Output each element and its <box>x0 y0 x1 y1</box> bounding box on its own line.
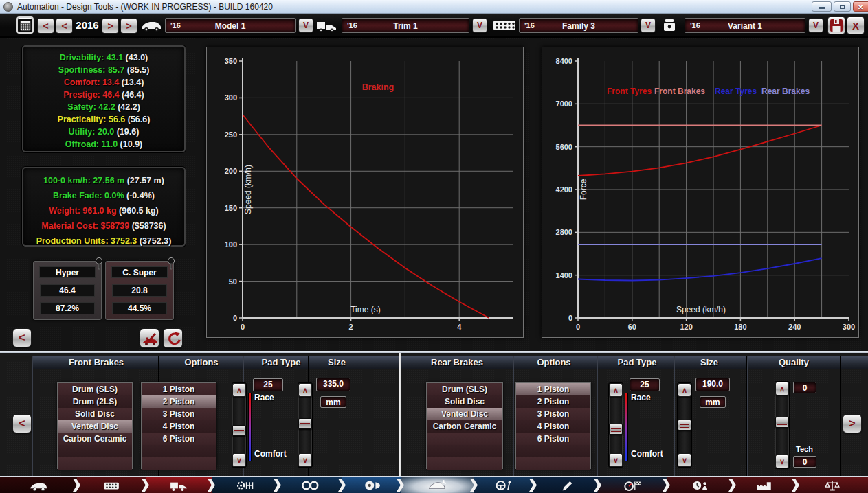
front-brake-type-option[interactable]: Drum (SLS) <box>58 383 132 395</box>
family-dropdown-button[interactable]: V <box>641 18 656 33</box>
svg-text:60: 60 <box>628 323 636 331</box>
close-button[interactable]: ✕ <box>853 1 868 12</box>
quality-header: Quality <box>779 357 809 367</box>
nav-tab-testing[interactable] <box>598 477 667 493</box>
nav-tab-engine[interactable] <box>77 477 146 493</box>
year-forward-button[interactable]: > <box>120 18 137 34</box>
rear-pad-handle[interactable] <box>609 424 623 435</box>
rear-caliper-option[interactable]: 4 Piston <box>516 420 590 433</box>
quality-up-button[interactable]: ∧ <box>775 382 789 395</box>
rear-caliper-option[interactable]: 3 Piston <box>516 408 590 420</box>
test-drive-button[interactable] <box>140 328 159 348</box>
front-size-up-button[interactable]: ∧ <box>298 383 312 397</box>
rear-brake-type-option[interactable]: Drum (SLS) <box>427 383 502 395</box>
nav-tab-fixtures[interactable] <box>533 477 598 493</box>
year-back-small-button[interactable]: < <box>56 18 73 34</box>
nav-tab-wheels[interactable] <box>278 477 342 493</box>
rear-pad-up-button[interactable]: ∧ <box>609 383 623 397</box>
rear-brake-type-option[interactable]: Solid Disc <box>427 395 502 408</box>
maximize-button[interactable] <box>834 1 851 12</box>
model-dropdown-button[interactable]: V <box>298 18 313 33</box>
svg-text:Braking: Braking <box>362 82 394 92</box>
svg-text:0: 0 <box>241 323 245 331</box>
stat-label-value: Prestige: 46.4 <box>63 90 122 100</box>
nav-tab-factory[interactable] <box>733 477 796 493</box>
rear-caliper-option[interactable]: 6 Piston <box>516 433 590 445</box>
front-caliper-option[interactable]: 4 Piston <box>142 420 216 433</box>
svg-text:5600: 5600 <box>556 143 572 151</box>
stat-label-value: Material Cost: $58739 <box>41 221 131 231</box>
quality-handle[interactable] <box>775 417 789 428</box>
rear-caliper-option[interactable]: 2 Piston <box>516 395 590 408</box>
save-button[interactable] <box>827 16 845 34</box>
rear-size-down-button[interactable]: ∨ <box>678 453 691 467</box>
nav-tab-gearbox[interactable] <box>212 477 278 493</box>
nav-tab-summary[interactable] <box>796 477 868 493</box>
trim-icon <box>170 479 188 492</box>
minimize-button[interactable] <box>812 1 832 12</box>
front-pad-handle[interactable] <box>232 425 246 436</box>
pin-icon[interactable] <box>166 257 176 270</box>
discard-button[interactable]: X <box>847 16 865 34</box>
stat-paren-value: (42.2) <box>118 102 140 112</box>
rear-brake-type-option[interactable]: Carbon Ceramic <box>427 420 502 433</box>
svg-text:Force: Force <box>579 179 588 200</box>
front-pad-down-button[interactable]: ∨ <box>232 453 246 467</box>
rear-size-up-button[interactable]: ∧ <box>678 383 691 397</box>
demographic-card-hyper[interactable]: Hyper 46.4 87.2% <box>33 261 102 320</box>
year-forward-small-button[interactable]: > <box>102 18 119 34</box>
front-caliper-option[interactable]: 3 Piston <box>142 408 216 420</box>
nav-tab-trim[interactable] <box>146 477 212 493</box>
variant-selector-field[interactable]: '16 Variant 1 <box>685 18 805 33</box>
front-size-handle[interactable] <box>298 418 312 429</box>
quality-down-button[interactable]: ∨ <box>775 455 789 468</box>
svg-text:8400: 8400 <box>556 57 572 65</box>
trim-dropdown-button[interactable]: V <box>472 18 487 33</box>
year-back-button[interactable]: < <box>37 18 54 34</box>
front-caliper-option[interactable]: 1 Piston <box>142 383 216 395</box>
brake-force-chart: 0140028004200560070008400060120180240300… <box>542 47 859 338</box>
variant-dropdown-button[interactable]: V <box>808 18 823 33</box>
nav-tab-interior[interactable] <box>474 477 533 493</box>
front-caliper-option[interactable]: 2 Piston <box>142 395 216 408</box>
stat-row: Prestige: 46.4 (46.4) <box>23 89 184 101</box>
front-options-list: 1 Piston2 Piston3 Piston4 Piston6 Piston <box>141 382 216 469</box>
front-brake-type-option[interactable]: Solid Disc <box>58 408 132 420</box>
rear-pad-down-button[interactable]: ∨ <box>609 453 623 467</box>
nav-tab-aero[interactable] <box>401 477 474 493</box>
front-pad-max-label: Race <box>254 393 274 402</box>
pin-icon[interactable] <box>94 257 104 270</box>
front-brake-type-empty-row <box>58 457 132 470</box>
demographic-rating: 20.8 <box>112 284 167 297</box>
rear-size-handle[interactable] <box>678 420 691 431</box>
front-brake-type-option[interactable]: Drum (2LS) <box>58 395 132 408</box>
demographic-card-c-super[interactable]: C. Super 20.8 44.5% <box>105 261 174 320</box>
rear-caliper-empty-row <box>516 445 590 457</box>
stat-paren-value: (85.5) <box>127 65 150 75</box>
stat-row: Offroad: 11.0 (10.9) <box>23 138 184 150</box>
model-selector-field[interactable]: '16 Model 1 <box>165 18 296 33</box>
calendar-icon[interactable] <box>16 16 34 34</box>
section-back-button[interactable]: < <box>12 414 32 433</box>
svg-text:2: 2 <box>349 323 353 331</box>
stat-paren-value: (13.4) <box>122 78 144 87</box>
front-size-down-button[interactable]: ∨ <box>298 453 312 467</box>
nav-tab-brakes[interactable] <box>342 477 401 493</box>
rear-caliper-option[interactable]: 1 Piston <box>516 383 590 395</box>
trim-selector-field[interactable]: '16 Trim 1 <box>342 18 469 33</box>
family-selector-field[interactable]: '16 Family 3 <box>519 18 638 33</box>
nav-tab-body[interactable] <box>0 477 77 493</box>
stats-page-back-button[interactable]: < <box>12 328 32 347</box>
svg-text:200: 200 <box>225 167 237 175</box>
rear-brake-type-option[interactable]: Vented Disc <box>427 408 502 420</box>
front-brake-type-option[interactable]: Vented Disc <box>58 420 132 433</box>
car-model-icon <box>140 19 162 36</box>
nav-tab-markets[interactable] <box>667 477 733 493</box>
front-caliper-option[interactable]: 6 Piston <box>142 433 216 445</box>
undo-button[interactable] <box>163 328 183 348</box>
interior-icon <box>495 479 513 492</box>
stat-row: Material Cost: $58739 ($58736) <box>23 218 184 233</box>
front-pad-up-button[interactable]: ∧ <box>232 383 246 397</box>
section-forward-button[interactable]: > <box>843 414 862 433</box>
front-brake-type-option[interactable]: Carbon Ceramic <box>58 433 132 445</box>
